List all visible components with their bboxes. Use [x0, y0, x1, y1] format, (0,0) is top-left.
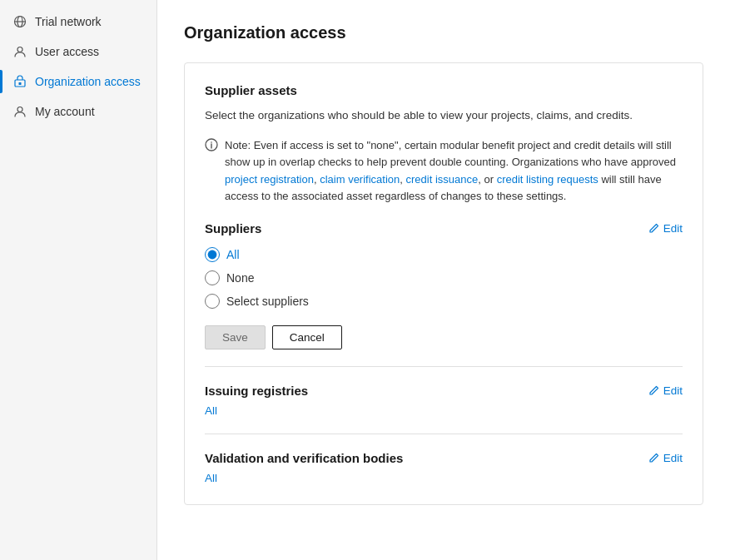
cancel-button[interactable]: Cancel	[272, 325, 342, 349]
sidebar-item-my-account[interactable]: My account	[0, 97, 156, 126]
radio-all[interactable]: All	[205, 247, 683, 262]
issuing-registries-title: Issuing registries	[205, 384, 308, 398]
svg-point-9	[211, 141, 212, 143]
organization-access-card: Supplier assets Select the organizations…	[184, 62, 703, 505]
suppliers-radio-group: All None Select suppliers	[205, 247, 683, 309]
svg-rect-5	[19, 82, 22, 85]
sidebar-item-network-label: Trial network	[35, 15, 102, 28]
validation-bodies-edit-button[interactable]: Edit	[648, 452, 683, 464]
network-icon	[13, 15, 27, 28]
note-link-claim[interactable]: claim verification	[320, 173, 400, 186]
note-link-project[interactable]: project registration	[225, 173, 314, 186]
edit-pencil-icon	[648, 222, 660, 234]
main-content: Organization access Supplier assets Sele…	[157, 0, 730, 560]
sidebar-item-user-access[interactable]: User access	[0, 37, 156, 67]
user-icon	[13, 45, 27, 58]
divider-2	[205, 434, 683, 434]
issuing-registries-header: Issuing registries Edit	[205, 384, 683, 398]
page-title: Organization access	[184, 23, 703, 42]
supplier-actions-row: Save Cancel	[205, 325, 683, 349]
radio-all-input[interactable]	[205, 247, 220, 262]
sidebar-item-my-account-label: My account	[35, 105, 95, 118]
validation-bodies-section: Validation and verification bodies Edit …	[205, 451, 683, 484]
svg-point-3	[17, 47, 22, 52]
radio-all-label: All	[226, 248, 240, 261]
sidebar-item-network[interactable]: Trial network	[0, 7, 156, 37]
note-text: Note: Even if access is set to "none", c…	[225, 137, 683, 205]
validation-bodies-title: Validation and verification bodies	[205, 451, 403, 465]
radio-none-input[interactable]	[205, 270, 220, 285]
suppliers-header-row: Suppliers Edit	[205, 221, 683, 235]
info-icon	[205, 138, 218, 205]
supplier-assets-section: Supplier assets Select the organizations…	[205, 83, 683, 349]
radio-select-suppliers-label: Select suppliers	[226, 295, 309, 308]
issuing-registries-section: Issuing registries Edit All	[205, 384, 683, 417]
radio-select-suppliers[interactable]: Select suppliers	[205, 294, 683, 309]
supplier-assets-title: Supplier assets	[205, 83, 683, 97]
note-box: Note: Even if access is set to "none", c…	[205, 137, 683, 205]
svg-point-6	[17, 107, 22, 112]
note-link-credit-listing[interactable]: credit listing requests	[497, 173, 598, 186]
suppliers-label: Suppliers	[205, 221, 261, 235]
sidebar-item-user-access-label: User access	[35, 45, 99, 58]
account-icon	[13, 105, 27, 118]
divider-1	[205, 366, 683, 367]
sidebar: Trial network User access Organization a…	[0, 0, 157, 560]
validation-bodies-edit-icon	[648, 452, 660, 463]
sidebar-item-organization-access-label: Organization access	[35, 75, 141, 88]
suppliers-edit-button[interactable]: Edit	[648, 222, 683, 235]
radio-select-suppliers-input[interactable]	[205, 294, 220, 309]
issuing-registries-value: All	[205, 404, 683, 417]
save-button[interactable]: Save	[205, 325, 266, 349]
radio-none[interactable]: None	[205, 270, 683, 285]
supplier-assets-description: Select the organizations who should be a…	[205, 107, 683, 124]
validation-bodies-value: All	[205, 472, 683, 484]
org-icon	[13, 75, 27, 88]
radio-none-label: None	[226, 271, 254, 285]
validation-bodies-header: Validation and verification bodies Edit	[205, 451, 683, 465]
sidebar-item-organization-access[interactable]: Organization access	[0, 67, 156, 97]
note-link-credit-issuance[interactable]: credit issuance	[406, 173, 479, 186]
issuing-registries-edit-button[interactable]: Edit	[648, 384, 683, 397]
issuing-registries-edit-icon	[648, 384, 660, 396]
